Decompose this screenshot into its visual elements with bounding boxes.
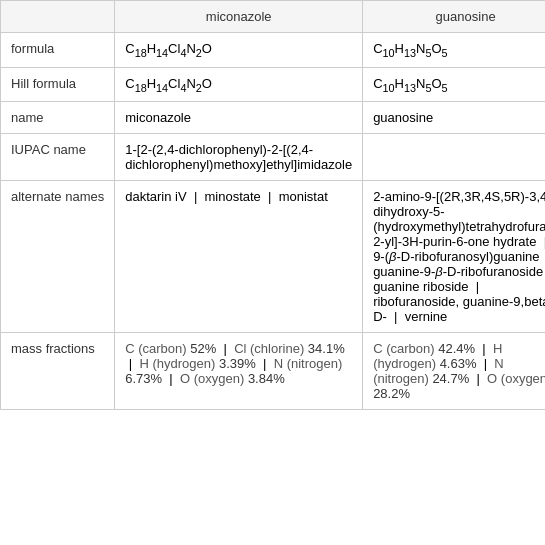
fraction-item: Cl (chlorine) 34.1%	[234, 341, 345, 356]
row-label-iupac: IUPAC name	[1, 134, 115, 181]
table-row: Hill formula C18H14Cl4N2O C10H13N5O5	[1, 67, 546, 102]
mass-fractions-col2: C (carbon) 42.4% | H (hydrogen) 4.63% | …	[363, 333, 545, 410]
col1-header: miconazole	[115, 1, 363, 33]
formula-col1: C18H14Cl4N2O	[115, 33, 363, 68]
row-label-formula: formula	[1, 33, 115, 68]
iupac-col2	[363, 134, 545, 181]
alternate-col1: daktarin iV | minostate | monistat	[115, 181, 363, 333]
empty-header	[1, 1, 115, 33]
name-col2: guanosine	[363, 102, 545, 134]
row-label-name: name	[1, 102, 115, 134]
table-row: alternate names daktarin iV | minostate …	[1, 181, 546, 333]
hill-formula-col1: C18H14Cl4N2O	[115, 67, 363, 102]
alternate-col2: 2-amino-9-[(2R,3R,4S,5R)-3,4-dihydroxy-5…	[363, 181, 545, 333]
row-label-mass-fractions: mass fractions	[1, 333, 115, 410]
row-label-alternate: alternate names	[1, 181, 115, 333]
fraction-item: O (oxygen) 3.84%	[180, 371, 285, 386]
col2-header: guanosine	[363, 1, 545, 33]
name-col1: miconazole	[115, 102, 363, 134]
fraction-item: H (hydrogen) 3.39%	[139, 356, 255, 371]
table-row: formula C18H14Cl4N2O C10H13N5O5	[1, 33, 546, 68]
fraction-item: C (carbon) 52%	[125, 341, 216, 356]
fraction-item: C (carbon) 42.4%	[373, 341, 475, 356]
mass-fractions-col1: C (carbon) 52% | Cl (chlorine) 34.1% | H…	[115, 333, 363, 410]
row-label-hill-formula: Hill formula	[1, 67, 115, 102]
table-row: name miconazole guanosine	[1, 102, 546, 134]
comparison-table: miconazole guanosine formula C18H14Cl4N2…	[0, 0, 545, 410]
table-row: IUPAC name 1-[2-(2,4-dichlorophenyl)-2-[…	[1, 134, 546, 181]
hill-formula-col2: C10H13N5O5	[363, 67, 545, 102]
formula-col2: C10H13N5O5	[363, 33, 545, 68]
iupac-col1: 1-[2-(2,4-dichlorophenyl)-2-[(2,4-dichlo…	[115, 134, 363, 181]
table-row: mass fractions C (carbon) 52% | Cl (chlo…	[1, 333, 546, 410]
